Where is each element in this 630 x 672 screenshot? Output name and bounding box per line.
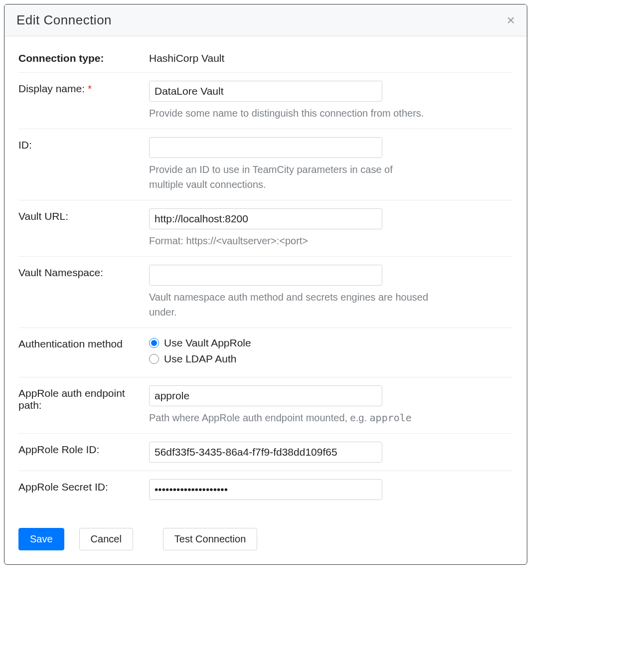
row-id: ID: Provide an ID to use in TeamCity par… xyxy=(18,129,513,200)
row-vault-url: Vault URL: Format: https://<vaultserver>… xyxy=(18,200,513,257)
radio-input-approle[interactable] xyxy=(149,338,159,348)
label-auth-method: Authentication method xyxy=(18,336,149,350)
save-button[interactable]: Save xyxy=(18,528,64,550)
dialog-header: Edit Connection × xyxy=(4,4,527,36)
id-input[interactable] xyxy=(149,137,382,158)
test-connection-button[interactable]: Test Connection xyxy=(163,528,257,550)
row-approle-endpoint: AppRole auth endpoint path: Path where A… xyxy=(18,377,513,434)
dialog-title: Edit Connection xyxy=(16,12,112,28)
approle-secret-id-input[interactable] xyxy=(149,479,382,500)
auth-method-radio-group: Use Vault AppRole Use LDAP Auth xyxy=(149,336,513,365)
radio-label-approle: Use Vault AppRole xyxy=(164,337,251,349)
radio-label-ldap: Use LDAP Auth xyxy=(164,353,237,365)
dialog-body: Connection type: HashiCorp Vault Display… xyxy=(4,36,527,518)
row-connection-type: Connection type: HashiCorp Vault xyxy=(18,50,513,73)
help-display-name: Provide some name to distinguish this co… xyxy=(149,106,428,121)
radio-vault-approle[interactable]: Use Vault AppRole xyxy=(149,337,513,349)
cancel-button[interactable]: Cancel xyxy=(79,528,133,550)
approle-role-id-input[interactable] xyxy=(149,442,382,463)
help-approle-endpoint: Path where AppRole auth endpoint mounted… xyxy=(149,410,428,425)
required-indicator: * xyxy=(88,83,92,94)
row-auth-method: Authentication method Use Vault AppRole … xyxy=(18,328,513,377)
approle-endpoint-input[interactable] xyxy=(149,385,382,406)
close-icon[interactable]: × xyxy=(507,13,515,27)
label-approle-role-id: AppRole Role ID: xyxy=(18,442,149,456)
row-vault-namespace: Vault Namespace: Vault namespace auth me… xyxy=(18,257,513,328)
radio-input-ldap[interactable] xyxy=(149,354,159,364)
help-vault-url: Format: https://<vaultserver>:<port> xyxy=(149,233,428,248)
row-approle-role-id: AppRole Role ID: xyxy=(18,434,513,471)
radio-ldap-auth[interactable]: Use LDAP Auth xyxy=(149,353,513,365)
label-approle-endpoint: AppRole auth endpoint path: xyxy=(18,385,149,411)
help-id: Provide an ID to use in TeamCity paramet… xyxy=(149,162,428,192)
help-vault-namespace: Vault namespace auth method and secrets … xyxy=(149,290,428,320)
label-display-name: Display name:* xyxy=(18,81,149,95)
vault-namespace-input[interactable] xyxy=(149,265,382,286)
label-vault-url: Vault URL: xyxy=(18,208,149,222)
vault-url-input[interactable] xyxy=(149,208,382,229)
label-vault-namespace: Vault Namespace: xyxy=(18,265,149,279)
row-display-name: Display name:* Provide some name to dist… xyxy=(18,73,513,129)
display-name-input[interactable] xyxy=(149,81,382,102)
label-connection-type: Connection type: xyxy=(18,50,149,64)
row-approle-secret-id: AppRole Secret ID: xyxy=(18,471,513,508)
edit-connection-dialog: Edit Connection × Connection type: Hashi… xyxy=(4,4,527,565)
dialog-footer: Save Cancel Test Connection xyxy=(4,518,527,564)
label-approle-secret-id: AppRole Secret ID: xyxy=(18,479,149,493)
label-id: ID: xyxy=(18,137,149,151)
value-connection-type: HashiCorp Vault xyxy=(149,50,513,64)
